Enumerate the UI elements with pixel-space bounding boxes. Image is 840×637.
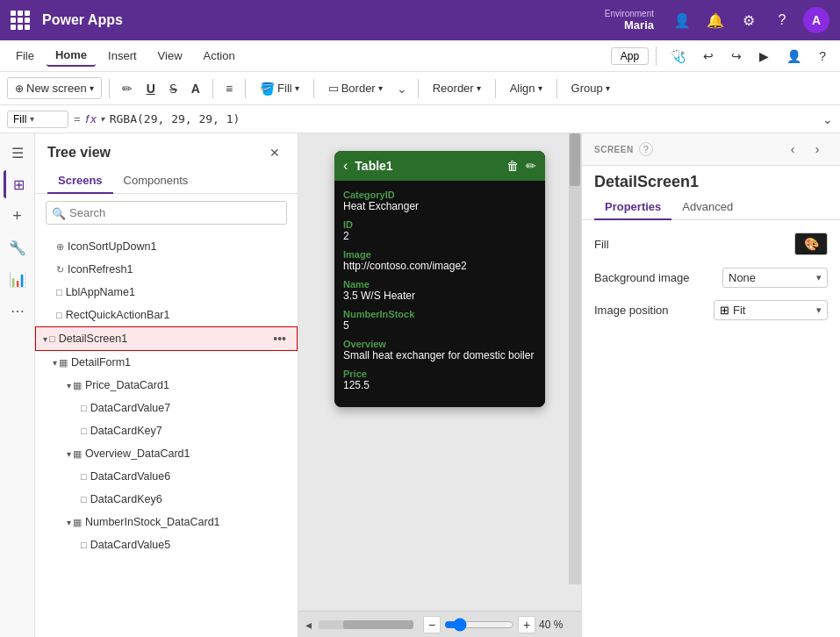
group-button[interactable]: Group ▾ <box>564 78 617 98</box>
tree-item-numberinstock-datacard1[interactable]: ▾ ▦ NumberInStock_DataCard1 <box>35 511 298 533</box>
scroll-left-icon[interactable]: ◂ <box>305 618 312 632</box>
tree-item-more-icon[interactable]: ••• <box>269 330 290 347</box>
formula-expand-icon[interactable]: ⌄ <box>822 112 833 126</box>
tree-item-label: DetailScreen1 <box>59 333 270 345</box>
font-size-icon[interactable]: A <box>186 78 205 99</box>
menu-item-insert[interactable]: Insert <box>99 46 146 66</box>
play-icon[interactable]: ▶ <box>752 46 776 67</box>
back-arrow-icon[interactable]: ‹ <box>343 158 348 174</box>
tree-item-iconsortupdown[interactable]: ⊕ IconSortUpDown1 <box>35 235 298 258</box>
menu-item-home[interactable]: Home <box>47 45 96 67</box>
screen-help-icon[interactable]: ? <box>639 142 653 156</box>
vertical-scrollbar-thumb[interactable] <box>570 133 580 186</box>
stethoscope-icon[interactable]: 🩺 <box>664 46 693 67</box>
tree-item-datacardvalue7[interactable]: □ DataCardValue7 <box>35 397 298 419</box>
sidebar-icon-vars[interactable]: ⋯ <box>4 297 32 325</box>
overview-card-chevron: ▾ <box>67 449 71 459</box>
background-image-select[interactable]: None ▾ <box>722 268 828 288</box>
top-bar: Power Apps Environment Maria 👤 🔔 ⚙ ? A <box>0 0 840 40</box>
toolbar-sep2 <box>212 79 213 98</box>
app-badge[interactable]: App <box>611 47 649 65</box>
formula-field-select[interactable]: Fill ▾ <box>7 111 68 128</box>
field-value: 2 <box>343 230 536 242</box>
tree-item-overview-datacard1[interactable]: ▾ ▦ Overview_DataCard1 <box>35 442 298 465</box>
new-screen-button[interactable]: ⊕ New screen ▾ <box>7 77 102 99</box>
sidebar-icon-components[interactable]: 🔧 <box>4 233 32 261</box>
trash-icon[interactable]: 🗑 <box>506 159 519 173</box>
vertical-scrollbar[interactable] <box>569 133 581 584</box>
field-categoryid: CategoryID Heat Exchanger <box>343 190 536 212</box>
toolbar: ⊕ New screen ▾ ✏ U S̶ A ≡ 🪣 Fill ▾ ▭ Bor… <box>0 72 840 105</box>
sidebar-icon-plus[interactable]: + <box>4 202 32 230</box>
more-chevron[interactable]: ⌄ <box>393 78 411 99</box>
grid-icon[interactable] <box>11 11 30 30</box>
tree-item-detailform1[interactable]: ▾ ▦ DetailForm1 <box>35 351 298 374</box>
fill-button[interactable]: 🪣 Fill ▾ <box>253 78 306 99</box>
tree-item-detailscreen1[interactable]: ▾ □ DetailScreen1 ••• <box>35 326 298 351</box>
settings-icon[interactable]: ⚙ <box>736 8 761 32</box>
tree-item-price-datacard1[interactable]: ▾ ▦ Price_DataCard1 <box>35 374 298 397</box>
sidebar-icon-data[interactable]: 📊 <box>4 265 32 293</box>
help-icon[interactable]: ? <box>770 8 794 32</box>
tree-item-iconrefresh[interactable]: ↻ IconRefresh1 <box>35 258 298 281</box>
tophelp-icon[interactable]: ? <box>812 46 833 67</box>
menu-item-action[interactable]: Action <box>195 46 244 66</box>
zoom-minus-button[interactable]: − <box>423 616 441 633</box>
undo-icon[interactable]: ↩ <box>696 46 721 67</box>
zoom-plus-button[interactable]: + <box>518 616 535 633</box>
tree-item-lblappname[interactable]: □ LblAppName1 <box>35 281 298 304</box>
edit-icon[interactable]: ✏ <box>526 159 536 173</box>
screen-label: SCREEN <box>594 145 634 154</box>
bell-icon[interactable]: 🔔 <box>703 8 728 32</box>
tab-screens[interactable]: Screens <box>47 168 113 194</box>
props-nav-prev[interactable]: ‹ <box>782 139 803 160</box>
horizontal-scrollbar[interactable] <box>319 620 399 629</box>
image-position-select[interactable]: ⊞ Fit ▾ <box>714 300 828 320</box>
fill-control[interactable]: 🎨 <box>794 233 828 255</box>
align-icon[interactable]: ≡ <box>220 78 238 99</box>
avatar[interactable]: A <box>803 7 829 33</box>
tree-item-datacardkey6[interactable]: □ DataCardKey6 <box>35 488 298 511</box>
tree-item-label: Price_DataCard1 <box>85 379 291 391</box>
canvas-bottom-bar: ◂ ▸ − + 40 % <box>298 611 581 637</box>
redo-icon[interactable]: ↪ <box>724 46 749 67</box>
dcv6-icon: □ <box>81 471 87 482</box>
environment-label: Environment <box>605 9 654 18</box>
nis-card-chevron: ▾ <box>67 518 71 527</box>
menu-item-file[interactable]: File <box>7 46 43 66</box>
props-nav-next[interactable]: › <box>807 139 828 160</box>
edit-pen-icon[interactable]: ✏ <box>117 78 138 99</box>
canvas-scroll-area[interactable]: ‹ Table1 🗑 ✏ CategoryID Heat Exchanger I… <box>298 133 581 611</box>
formula-fx-button[interactable]: fx ▾ <box>86 112 104 125</box>
tab-components[interactable]: Components <box>113 168 199 194</box>
horizontal-scrollbar-thumb[interactable] <box>343 620 413 629</box>
tree-item-datacardvalue6[interactable]: □ DataCardValue6 <box>35 465 298 488</box>
sidebar-icon-hamburger[interactable]: ☰ <box>4 139 32 167</box>
tree-item-datacardkey7[interactable]: □ DataCardKey7 <box>35 419 298 442</box>
formula-input[interactable] <box>110 112 817 125</box>
strikethrough-icon[interactable]: S̶ <box>164 78 183 99</box>
menu-item-view[interactable]: View <box>149 46 191 66</box>
field-value: 125.5 <box>343 379 536 391</box>
search-input[interactable] <box>46 201 287 225</box>
field-value: Heat Exchanger <box>343 200 536 212</box>
toolbar-sep1 <box>109 79 110 98</box>
border-button[interactable]: ▭ Border ▾ <box>321 78 390 98</box>
tree-item-datacardvalue5[interactable]: □ DataCardValue5 <box>35 533 298 556</box>
props-tab-properties[interactable]: Properties <box>594 195 671 220</box>
zoom-slider[interactable] <box>444 618 514 632</box>
tree-item-label: DataCardKey6 <box>90 493 291 505</box>
price-card-chevron: ▾ <box>67 381 71 390</box>
tree-item-rectquickactionbar[interactable]: □ RectQuickActionBar1 <box>35 304 298 326</box>
reorder-button[interactable]: Reorder ▾ <box>426 78 488 98</box>
tree-item-label: NumberInStock_DataCard1 <box>85 516 291 528</box>
sidebar-icon-screens[interactable]: ⊞ <box>4 170 32 198</box>
align-button[interactable]: Align ▾ <box>503 78 549 98</box>
tree-item-label: DataCardValue5 <box>90 539 291 551</box>
share-icon[interactable]: 👤 <box>779 46 808 67</box>
tree-panel-close[interactable]: ✕ <box>264 142 285 163</box>
person-icon[interactable]: 👤 <box>670 8 694 32</box>
props-tab-advanced[interactable]: Advanced <box>671 195 743 220</box>
underline-icon[interactable]: U <box>141 78 161 99</box>
props-body: Fill 🎨 Background image None ▾ Image pos… <box>582 220 840 333</box>
